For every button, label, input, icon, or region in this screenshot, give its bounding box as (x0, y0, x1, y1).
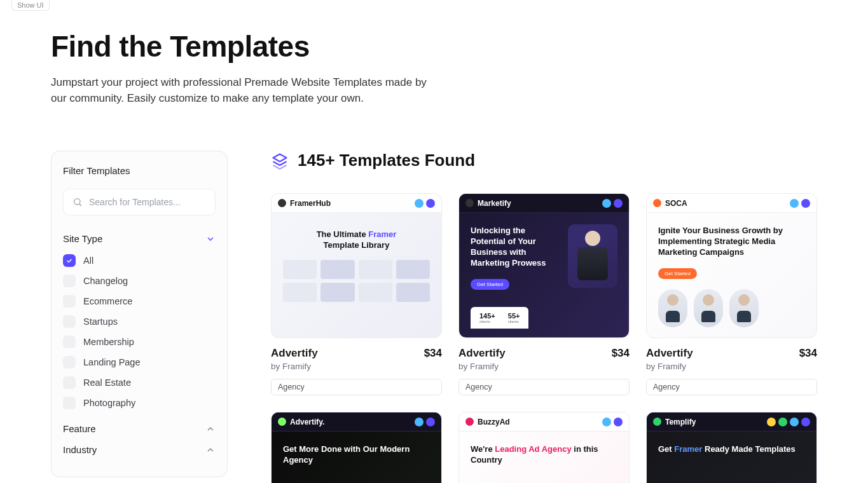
thumbnail-brand: BuzzyAd (465, 418, 510, 426)
search-input[interactable] (89, 197, 206, 207)
filter-group-feature[interactable]: Feature (63, 423, 216, 434)
thumbnail-headline: We're Leading Ad Agency in this Country (471, 444, 617, 466)
svg-point-0 (74, 199, 80, 205)
thumbnail-badges (602, 418, 623, 426)
page-title: Find the Templates (51, 29, 817, 64)
brand-logo-icon (278, 199, 286, 207)
template-price: $34 (424, 347, 442, 360)
filter-option-membership[interactable]: Membership (63, 336, 216, 348)
filter-group-label: Site Type (63, 233, 102, 244)
template-price: $34 (612, 347, 630, 360)
filter-option-real-estate[interactable]: Real Estate (63, 376, 216, 389)
filter-option-label: Photography (83, 398, 135, 408)
filter-option-all[interactable]: All (63, 254, 216, 267)
chevron-up-icon (205, 445, 216, 455)
thumbnail-brand: FramerHub (278, 199, 331, 208)
brand-logo-icon (465, 199, 474, 207)
thumbnail-badges (790, 199, 810, 208)
filter-option-label: Landing Page (83, 357, 141, 367)
thumbnail-headline: Ignite Your Business Growth by Implement… (658, 226, 805, 258)
thumbnail-headline: The Ultimate Framer Template Library (306, 229, 408, 251)
chevron-up-icon (205, 424, 216, 434)
filter-group-label: Feature (63, 423, 96, 434)
template-card[interactable]: SOCAIgnite Your Business Growth by Imple… (646, 193, 817, 395)
chevron-down-icon (205, 234, 216, 244)
template-card[interactable]: Advertify.Get More Done with Our Modern … (271, 412, 442, 483)
template-thumbnail[interactable]: FramerHubThe Ultimate Framer Template Li… (271, 193, 442, 338)
results-count: 145+ Templates Found (298, 151, 475, 170)
filter-option-label: Ecommerce (83, 296, 132, 306)
template-thumbnail[interactable]: Advertify.Get More Done with Our Modern … (271, 412, 442, 483)
filter-sidebar: Filter Templates Site TypeAllChangelogEc… (51, 151, 228, 477)
template-author: by Framify (458, 362, 506, 371)
template-tag[interactable]: Agency (458, 379, 630, 395)
template-card[interactable]: Marketify145+clients55+clientsUnlocking … (458, 193, 630, 395)
svg-line-1 (79, 204, 81, 206)
search-box[interactable] (63, 189, 216, 215)
thumbnail-headline: Get More Done with Our Modern Agency (283, 444, 430, 466)
thumbnail-headline: Get Framer Ready Made Templates (658, 444, 805, 455)
template-card[interactable]: BuzzyAdWe're Leading Ad Agency in this C… (458, 412, 630, 483)
template-thumbnail[interactable]: TemplifyGet Framer Ready Made Templates (646, 412, 817, 483)
checkbox[interactable] (63, 295, 76, 308)
template-tag[interactable]: Agency (271, 379, 442, 395)
template-thumbnail[interactable]: BuzzyAdWe're Leading Ad Agency in this C… (458, 412, 630, 483)
filter-option-label: All (83, 255, 93, 266)
template-author: by Framify (271, 362, 318, 371)
template-price: $34 (799, 347, 817, 360)
thumbnail-brand: SOCA (653, 199, 687, 208)
template-grid: FramerHubThe Ultimate Framer Template Li… (271, 193, 817, 483)
filter-title: Filter Templates (63, 165, 216, 176)
template-name: Advertify (271, 347, 318, 360)
thumbnail-brand: Advertify. (278, 418, 324, 426)
thumbnail-badges (415, 418, 435, 426)
check-icon (65, 257, 73, 264)
template-thumbnail[interactable]: SOCAIgnite Your Business Growth by Imple… (646, 193, 817, 338)
checkbox[interactable] (63, 315, 76, 328)
template-card[interactable]: TemplifyGet Framer Ready Made Templates (646, 412, 817, 483)
checkbox[interactable] (63, 254, 76, 267)
thumbnail-badges (415, 199, 435, 208)
template-name: Advertify (458, 347, 506, 360)
checkbox[interactable] (63, 376, 76, 389)
page-subtitle: Jumpstart your project with professional… (51, 75, 445, 106)
main-content: 145+ Templates Found FramerHubThe Ultima… (271, 151, 817, 483)
filter-option-photography[interactable]: Photography (63, 397, 216, 409)
brand-logo-icon (278, 418, 286, 426)
template-thumbnail[interactable]: Marketify145+clients55+clientsUnlocking … (458, 193, 630, 338)
filter-option-landing-page[interactable]: Landing Page (63, 356, 216, 369)
checkbox[interactable] (63, 336, 76, 348)
thumbnail-brand: Marketify (465, 199, 511, 208)
filter-group-site-type[interactable]: Site Type (63, 233, 216, 244)
hero: Find the Templates Jumpstart your projec… (51, 0, 817, 151)
filter-group-label: Industry (63, 444, 97, 455)
results-header: 145+ Templates Found (271, 151, 817, 170)
thumbnail-badges (767, 418, 810, 426)
brand-logo-icon (653, 418, 661, 426)
filter-option-changelog[interactable]: Changelog (63, 275, 216, 287)
filter-option-label: Membership (83, 337, 134, 347)
brand-logo-icon (653, 199, 661, 207)
template-author: by Framify (646, 362, 693, 371)
filter-option-startups[interactable]: Startups (63, 315, 216, 328)
checkbox[interactable] (63, 397, 76, 409)
thumbnail-brand: Templify (653, 418, 696, 426)
filter-option-label: Startups (83, 316, 118, 327)
checkbox[interactable] (63, 356, 76, 369)
template-name: Advertify (646, 347, 693, 360)
thumbnail-headline: Unlocking the Potential of Your Business… (471, 226, 560, 269)
template-tag[interactable]: Agency (646, 379, 817, 395)
checkbox[interactable] (63, 275, 76, 287)
template-card[interactable]: FramerHubThe Ultimate Framer Template Li… (271, 193, 442, 395)
filter-option-ecommerce[interactable]: Ecommerce (63, 295, 216, 308)
brand-logo-icon (465, 418, 474, 426)
show-ui-toggle[interactable]: Show UI (11, 0, 50, 11)
search-icon (72, 197, 83, 207)
layers-icon (271, 152, 289, 170)
filter-option-label: Real Estate (83, 378, 131, 388)
thumbnail-badges (602, 199, 623, 208)
filter-group-industry[interactable]: Industry (63, 444, 216, 455)
filter-option-label: Changelog (83, 276, 128, 286)
